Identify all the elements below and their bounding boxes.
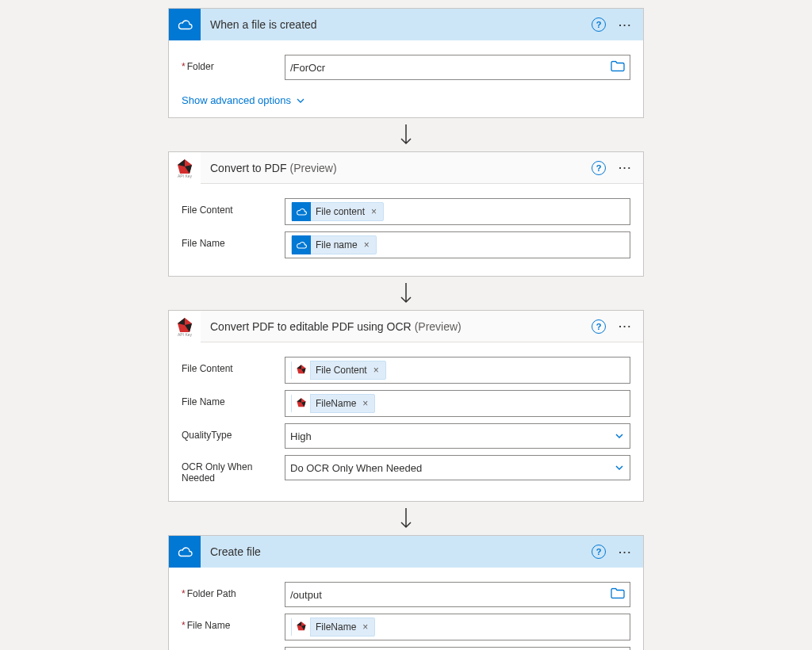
field-row: QualityTypeHigh	[182, 423, 630, 449]
card-title: Convert to PDF (Preview)	[201, 162, 592, 174]
token-input[interactable]: File name×	[285, 231, 630, 258]
apikey-connector-icon: API Key	[174, 158, 195, 178]
card-header[interactable]: When a file is created?···	[169, 9, 643, 40]
flow-step-card: When a file is created?···*Folder/ForOcr…	[168, 8, 644, 118]
flow-arrow	[168, 118, 644, 151]
apikey-connector-icon-wrap: API Key	[169, 152, 201, 184]
card-header[interactable]: API KeyConvert to PDF (Preview)?···	[169, 152, 643, 184]
token-input[interactable]: FileName×	[285, 390, 630, 417]
more-icon[interactable]: ···	[614, 162, 637, 174]
token-remove-icon[interactable]: ×	[361, 621, 374, 633]
apikey-connector-icon: API Key	[174, 316, 195, 337]
dynamic-token[interactable]: FileName×	[291, 394, 375, 413]
flow-step-card: API KeyConvert to PDF (Preview)?···File …	[168, 151, 644, 277]
flow-arrow	[168, 502, 644, 535]
field-label: QualityType	[182, 423, 285, 441]
flow-step-card: API KeyConvert PDF to editable PDF using…	[168, 310, 644, 502]
card-body: *Folder Path/output*File NameFileName×*F…	[169, 568, 643, 650]
help-icon[interactable]: ?	[592, 17, 606, 32]
dynamic-token[interactable]: File name×	[291, 235, 377, 254]
chevron-down-icon	[614, 430, 625, 442]
field-label: File Content	[182, 357, 285, 374]
field-row: File NameFileName×	[182, 390, 630, 417]
required-marker: *	[182, 588, 186, 599]
card-title: Convert PDF to editable PDF using OCR (P…	[201, 320, 592, 333]
flow-step-card: Create file?···*Folder Path/output*File …	[168, 535, 644, 650]
token-input[interactable]: File content×	[285, 198, 630, 225]
apikey-token-icon-wrap	[292, 361, 311, 380]
onedrive-token-icon	[292, 235, 311, 254]
field-label: *Folder	[182, 55, 285, 72]
apikey-token-icon-wrap	[292, 618, 311, 637]
onedrive-connector-icon	[169, 536, 201, 568]
svg-text:API Key: API Key	[178, 174, 193, 178]
field-row: File NameFile name×	[182, 231, 630, 258]
field-label: File Content	[182, 198, 285, 216]
field-row: File ContentFile content×	[182, 198, 630, 225]
token-label: File content	[311, 206, 370, 217]
help-icon[interactable]: ?	[592, 545, 606, 559]
select-input[interactable]: High	[285, 423, 630, 449]
onedrive-connector-icon	[169, 9, 201, 40]
field-row: *File NameFileName×	[182, 614, 630, 640]
token-input[interactable]: FileName×	[285, 614, 630, 640]
more-icon[interactable]: ···	[614, 320, 637, 332]
dynamic-token[interactable]: File content×	[291, 202, 384, 221]
folder-picker-icon[interactable]	[611, 588, 625, 599]
field-label: *File Content	[182, 647, 285, 650]
card-body: *Folder/ForOcrShow advanced options	[169, 40, 643, 117]
help-icon[interactable]: ?	[592, 319, 606, 334]
folder-input[interactable]: /output	[285, 582, 630, 607]
folder-picker-button[interactable]	[611, 61, 625, 75]
onedrive-cloud-icon	[176, 546, 193, 557]
card-header[interactable]: API KeyConvert PDF to editable PDF using…	[169, 311, 643, 342]
card-body: File ContentFile Content×File NameFileNa…	[169, 342, 643, 501]
token-remove-icon[interactable]: ×	[372, 365, 385, 376]
onedrive-token-icon	[292, 202, 311, 221]
token-label: FileName	[311, 621, 361, 633]
apikey-token-icon-wrap	[292, 394, 311, 413]
token-label: File name	[311, 239, 362, 250]
token-label: File Content	[311, 365, 372, 376]
token-input[interactable]: File Content×	[285, 647, 630, 650]
token-input[interactable]: File Content×	[285, 357, 630, 384]
field-label: File Name	[182, 231, 285, 249]
dynamic-token[interactable]: File Content×	[291, 361, 386, 380]
token-remove-icon[interactable]: ×	[362, 239, 376, 250]
folder-picker-button[interactable]	[611, 588, 625, 602]
field-label: *Folder Path	[182, 582, 285, 599]
field-row: *Folder Path/output	[182, 582, 630, 607]
dynamic-token[interactable]: FileName×	[291, 618, 375, 637]
card-body: File ContentFile content×File NameFile n…	[169, 184, 643, 276]
more-icon[interactable]: ···	[614, 546, 637, 558]
card-title: Create file	[201, 545, 592, 558]
card-header[interactable]: Create file?···	[169, 536, 643, 568]
apikey-connector-icon-wrap: API Key	[169, 311, 201, 342]
field-row: *Folder/ForOcr	[182, 55, 630, 80]
required-marker: *	[182, 61, 186, 72]
select-input[interactable]: Do OCR Only When Needed	[285, 455, 630, 480]
field-label: *File Name	[182, 614, 285, 631]
field-row: *File ContentFile Content×	[182, 647, 630, 650]
svg-text:API Key: API Key	[178, 332, 193, 337]
chevron-down-icon	[296, 96, 305, 105]
card-title: When a file is created	[201, 18, 592, 31]
folder-input[interactable]: /ForOcr	[285, 55, 630, 80]
required-marker: *	[182, 620, 186, 631]
show-advanced-options[interactable]: Show advanced options	[182, 94, 305, 106]
folder-picker-icon[interactable]	[611, 61, 625, 72]
onedrive-cloud-icon	[176, 19, 193, 30]
token-remove-icon[interactable]: ×	[370, 206, 383, 217]
apikey-token-icon	[295, 621, 308, 633]
help-icon[interactable]: ?	[592, 161, 606, 175]
chevron-down-icon	[614, 462, 625, 473]
apikey-token-icon	[295, 364, 308, 377]
field-row: File ContentFile Content×	[182, 357, 630, 384]
field-label: File Name	[182, 390, 285, 407]
token-label: FileName	[311, 398, 361, 409]
flow-arrow	[168, 277, 644, 310]
more-icon[interactable]: ···	[614, 19, 637, 31]
field-row: OCR Only When NeededDo OCR Only When Nee…	[182, 455, 630, 484]
token-remove-icon[interactable]: ×	[361, 398, 374, 409]
apikey-token-icon	[295, 397, 308, 410]
